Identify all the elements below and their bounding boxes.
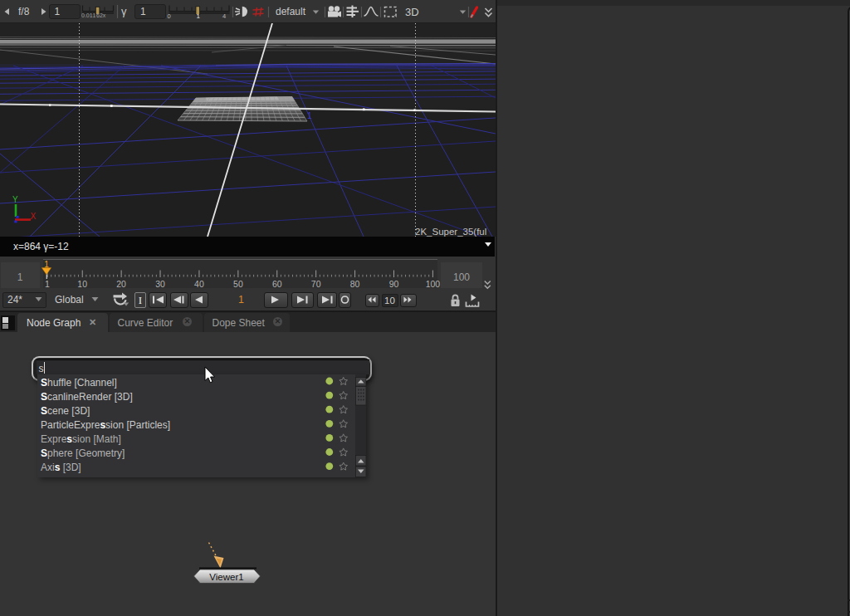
svg-text:1: 1 (17, 271, 23, 283)
svg-text:0: 0 (168, 12, 171, 20)
svg-text:4: 4 (222, 12, 226, 20)
svg-text:100: 100 (426, 279, 441, 289)
svg-text:10: 10 (77, 279, 87, 289)
svg-text:0.01162x: 0.01162x (81, 12, 106, 18)
svg-text:20: 20 (116, 279, 126, 289)
svg-text:80: 80 (350, 279, 360, 289)
svg-text:40: 40 (194, 279, 204, 289)
svg-text:X: X (31, 212, 37, 221)
svg-text:1: 1 (44, 260, 49, 269)
svg-text:1: 1 (197, 12, 201, 20)
svg-text:90: 90 (389, 279, 399, 289)
svg-text:Y: Y (12, 195, 18, 204)
svg-text:100: 100 (453, 271, 470, 283)
svg-text:60: 60 (272, 279, 282, 289)
svg-text:1: 1 (45, 279, 50, 289)
svg-text:70: 70 (311, 279, 321, 289)
svg-text:Viewer1: Viewer1 (209, 572, 243, 582)
svg-text:2K_Super_35(ful: 2K_Super_35(ful (415, 227, 486, 237)
svg-text:30: 30 (155, 279, 165, 289)
svg-text:50: 50 (233, 279, 243, 289)
svg-text:1: 1 (307, 111, 312, 120)
